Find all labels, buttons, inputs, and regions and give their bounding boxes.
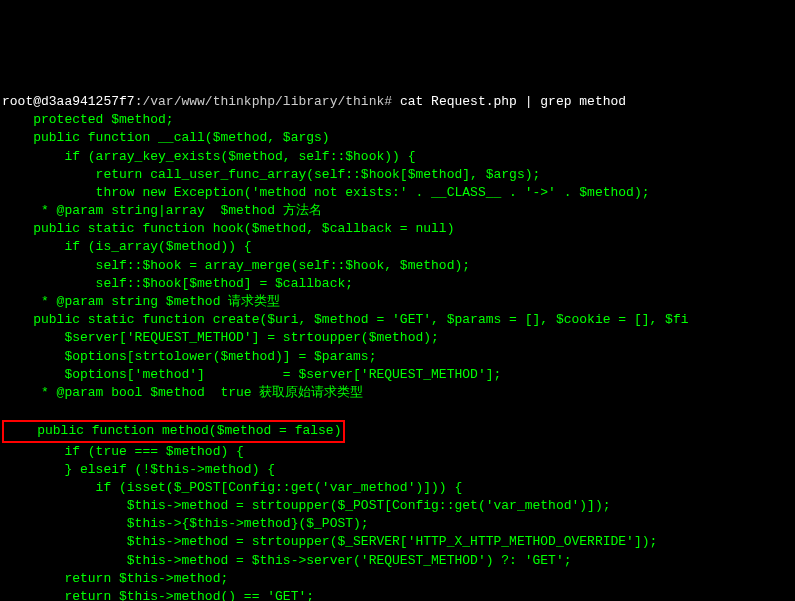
code-line: protected $method; bbox=[2, 111, 795, 129]
code-line: if (is_array($method)) { bbox=[2, 238, 795, 256]
code-line: public static function hook($method, $ca… bbox=[2, 220, 795, 238]
prompt-user-host: root@d3aa941257f7 bbox=[2, 94, 135, 109]
highlighted-line: public function method($method = false) bbox=[2, 420, 345, 442]
shell-command: cat Request.php | grep method bbox=[392, 94, 626, 109]
highlighted-code: public function method($method = false) bbox=[6, 423, 341, 438]
code-line: $options['method'] = $server['REQUEST_ME… bbox=[2, 366, 795, 384]
code-line: $this->{$this->method}($_POST); bbox=[2, 515, 795, 533]
code-line: * @param string $method 请求类型 bbox=[2, 293, 795, 311]
code-line: return call_user_func_array(self::$hook[… bbox=[2, 166, 795, 184]
code-line: return $this->method; bbox=[2, 570, 795, 588]
code-line: $this->method = $this->server('REQUEST_M… bbox=[2, 552, 795, 570]
code-line: } elseif (!$this->method) { bbox=[2, 461, 795, 479]
code-line: if (isset($_POST[Config::get('var_method… bbox=[2, 479, 795, 497]
code-line: $this->method = strtoupper($_POST[Config… bbox=[2, 497, 795, 515]
code-line: throw new Exception('method not exists:'… bbox=[2, 184, 795, 202]
prompt-path: :/var/www/thinkphp/library/think# bbox=[135, 94, 392, 109]
code-line: $this->method = strtoupper($_SERVER['HTT… bbox=[2, 533, 795, 551]
output-lines-before: protected $method; public function __cal… bbox=[2, 111, 795, 402]
code-line: public function __call($method, $args) bbox=[2, 129, 795, 147]
code-line: if (array_key_exists($method, self::$hoo… bbox=[2, 148, 795, 166]
code-line: $options[strtolower($method)] = $params; bbox=[2, 348, 795, 366]
shell-prompt: root@d3aa941257f7:/var/www/thinkphp/libr… bbox=[2, 94, 626, 109]
terminal-window[interactable]: root@d3aa941257f7:/var/www/thinkphp/libr… bbox=[2, 75, 795, 601]
code-line: * @param bool $method true 获取原始请求类型 bbox=[2, 384, 795, 402]
code-line: self::$hook = array_merge(self::$hook, $… bbox=[2, 257, 795, 275]
code-line: self::$hook[$method] = $callback; bbox=[2, 275, 795, 293]
code-line: public static function create($uri, $met… bbox=[2, 311, 795, 329]
code-line: $server['REQUEST_METHOD'] = strtoupper($… bbox=[2, 329, 795, 347]
code-line: * @param string|array $method 方法名 bbox=[2, 202, 795, 220]
output-lines-after: if (true === $method) { } elseif (!$this… bbox=[2, 443, 795, 602]
code-line: if (true === $method) { bbox=[2, 443, 795, 461]
code-line: return $this->method() == 'GET'; bbox=[2, 588, 795, 601]
